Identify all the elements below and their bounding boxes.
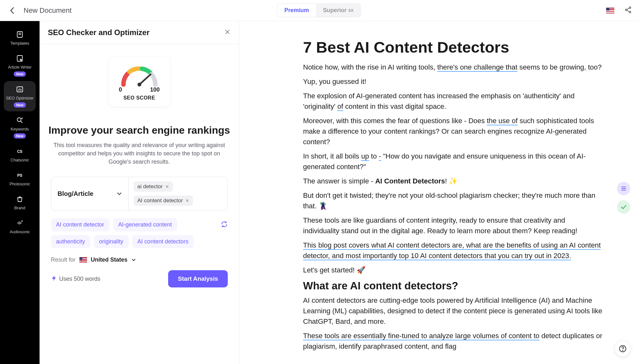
keyword-tag: ai detector ✕ [134, 182, 173, 192]
article-paragraph: But don't get it twisted; they're not yo… [303, 190, 603, 211]
article-paragraph: These tools are essentially fine-tuned t… [303, 331, 603, 352]
article-paragraph: In short, it all boils up to - "How do y… [303, 151, 603, 172]
chevron-down-icon[interactable] [131, 258, 136, 261]
left-sidebar: Templates Article Writer New SEO Optimiz… [0, 21, 40, 364]
uses-words-text: Uses 500 words [59, 276, 100, 282]
sidebar-item-seo-optimizer[interactable]: SEO Optimizer New [4, 81, 36, 111]
article-paragraph: Let's get started! 🚀 [303, 265, 603, 275]
seo-score-card: 0 100 SEO SCORE [109, 57, 170, 107]
superior-badge: 6X [349, 8, 354, 13]
content-type-select[interactable]: Blog/Article [51, 177, 129, 210]
sidebar-item-label: Keywords [11, 127, 29, 131]
result-for-label: Result for [51, 256, 76, 263]
svg-point-22 [22, 221, 22, 221]
sidebar-item-label: Audiosonic [10, 229, 30, 234]
highlighted-text: This blog post covers what AI content de… [303, 241, 601, 260]
sidebar-item-label: Chatsonic [11, 158, 29, 162]
suggestion-row: authenticity originality AI content dete… [51, 235, 228, 248]
keyword-tag: AI content detector ✕ [134, 196, 193, 206]
suggestion-pill[interactable]: originality [94, 235, 129, 248]
refresh-icon[interactable] [221, 221, 228, 229]
superior-tab[interactable]: Superior 6X [316, 4, 361, 17]
keyword-tags-area[interactable]: ai detector ✕ AI content detector ✕ [129, 177, 227, 210]
new-badge: New [14, 133, 26, 138]
article-paragraph: These tools are like guardians of conten… [303, 215, 603, 236]
topbar: New Document Premium Superior 6X [0, 0, 638, 21]
sidebar-item-article-writer[interactable]: Article Writer New [4, 50, 36, 80]
article-subheading: What are AI content detectors? [303, 280, 603, 292]
back-button[interactable] [6, 5, 18, 16]
highlighted-text: there's one challenge that [437, 63, 517, 72]
check-button[interactable] [617, 200, 630, 214]
new-badge: New [14, 102, 26, 108]
gauge-max: 100 [150, 86, 160, 93]
start-analysis-button[interactable]: Start Analysis [168, 270, 227, 287]
svg-line-14 [21, 121, 22, 123]
svg-point-13 [17, 118, 21, 122]
seo-heading: Improve your search engine rankings [48, 124, 230, 137]
strong-text: AI Content Detectors [375, 177, 445, 185]
brand-icon [15, 195, 24, 204]
document-title[interactable]: New Document [24, 6, 71, 15]
highlighted-text: - [379, 152, 381, 161]
seo-panel-title: SEO Checker and Optimizer [48, 28, 150, 37]
suggestion-pill[interactable]: AI content detector [51, 218, 109, 231]
sidebar-item-label: Templates [10, 41, 29, 46]
highlighted-text: These tools are essentially fine-tuned t… [303, 332, 539, 340]
svg-text:CS: CS [17, 149, 23, 154]
photosonic-icon: PS [15, 171, 24, 180]
gauge-label: SEO SCORE [123, 95, 155, 101]
tag-remove-icon[interactable]: ✕ [165, 184, 169, 189]
new-badge: New [14, 71, 26, 77]
article-writer-icon [15, 54, 24, 63]
sidebar-item-brand[interactable]: Brand [4, 191, 36, 214]
keywords-icon [15, 116, 24, 125]
article-editor[interactable]: 7 Best AI Content Detectors Notice how, … [239, 21, 638, 364]
floating-action-buttons [617, 182, 630, 214]
chatsonic-icon: CS [15, 147, 24, 156]
templates-icon [15, 30, 24, 39]
country-flag-icon [79, 257, 87, 263]
seo-description: This tool measures the quality and relev… [52, 141, 227, 166]
suggestion-pill[interactable]: authenticity [51, 235, 90, 248]
audiosonic-icon [15, 219, 24, 227]
word-usage: Uses 500 words [51, 275, 100, 283]
sidebar-item-audiosonic[interactable]: Audiosonic [4, 215, 36, 238]
svg-line-3 [627, 8, 629, 10]
outline-button[interactable] [617, 182, 630, 195]
article-paragraph: AI content detectors are cutting-edge to… [303, 295, 603, 327]
article-paragraph: Notice how, with the rise in AI writing … [303, 62, 603, 72]
suggestion-pill[interactable]: AI-generated content [113, 218, 177, 231]
sidebar-item-photosonic[interactable]: PS Photosonic [4, 167, 36, 190]
highlighted-text: of [337, 102, 343, 111]
country-name: United States [91, 256, 128, 263]
tag-remove-icon[interactable]: ✕ [185, 198, 189, 203]
locale-flag-icon[interactable] [606, 8, 614, 13]
result-for-row: Result for United States [51, 256, 228, 263]
article-paragraph: Yup, you guessed it! [303, 76, 603, 87]
svg-line-4 [627, 10, 629, 12]
suggestion-pill[interactable]: AI content detectors [132, 235, 194, 248]
seo-input-row: Blog/Article ai detector ✕ AI content de… [51, 177, 228, 211]
premium-tab[interactable]: Premium [278, 4, 316, 17]
sidebar-item-label: SEO Optimizer [6, 96, 34, 100]
article-paragraph: This blog post covers what AI content de… [303, 240, 603, 261]
sidebar-item-templates[interactable]: Templates [4, 26, 36, 49]
seo-optimizer-icon [15, 85, 24, 94]
help-button[interactable] [615, 341, 630, 356]
gauge-min: 0 [119, 86, 122, 93]
share-icon[interactable] [625, 6, 632, 15]
content-type-value: Blog/Article [58, 190, 93, 197]
close-icon[interactable] [224, 29, 231, 36]
superior-label: Superior [323, 7, 347, 14]
seo-panel: SEO Checker and Optimizer [40, 21, 239, 364]
sidebar-item-label: Article Writer [8, 65, 32, 70]
gauge-icon [119, 64, 160, 88]
sidebar-item-label: Brand [14, 205, 26, 210]
sidebar-item-chatsonic[interactable]: CS Chatsonic [4, 143, 36, 166]
highlighted-text: the use of [487, 117, 518, 125]
sidebar-item-keywords[interactable]: Keywords New [4, 112, 36, 142]
article-title: 7 Best AI Content Detectors [303, 38, 603, 56]
chevron-down-icon [117, 192, 122, 195]
tag-text: AI content detector [137, 197, 183, 204]
